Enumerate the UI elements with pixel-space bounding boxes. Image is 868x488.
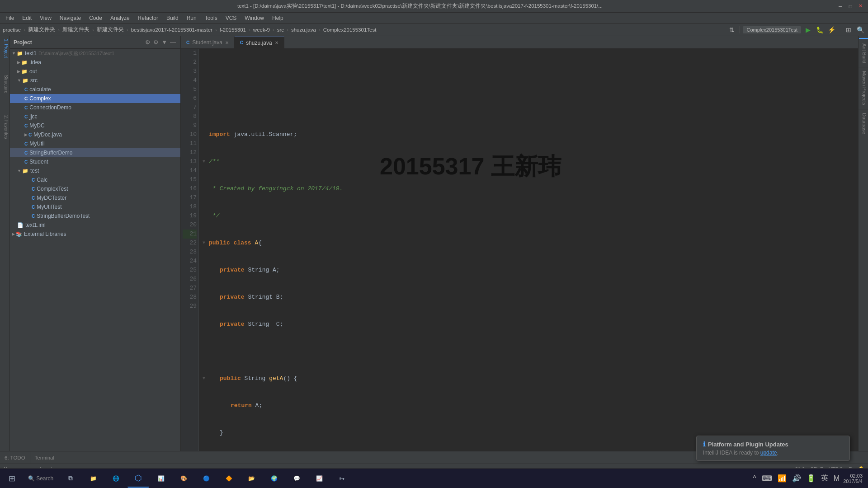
tree-item-mydoc[interactable]: ▶ C MyDoc.java <box>10 130 180 139</box>
tree-root[interactable]: ▼ 📁 text1 D:\daima\java实验\20155317\text1 <box>10 49 180 58</box>
tree-item-src[interactable]: ▼ 📁 src <box>10 76 180 85</box>
taskbar-internet-explorer[interactable]: 🌍 <box>263 469 285 488</box>
taskbar-lang-icon[interactable]: 英 <box>819 472 830 485</box>
coverage-button[interactable]: ⚡ <box>826 25 836 35</box>
ant-build-tab[interactable]: Ant Build <box>859 40 868 67</box>
tree-item-mydctester[interactable]: C MyDCTester <box>10 193 180 202</box>
tree-item-test[interactable]: ▼ 📁 test <box>10 166 180 175</box>
notification-title: ℹ Platform and Plugin Updates <box>703 441 843 448</box>
start-button[interactable]: ⊞ <box>2 469 22 488</box>
debug-button[interactable]: 🐛 <box>815 25 825 35</box>
tree-item-idea[interactable]: ▶ 📁 .idea <box>10 58 180 67</box>
tree-item-out[interactable]: ▶ 📁 out <box>10 67 180 76</box>
breadcrumb-dir1[interactable]: 新建文件夹 <box>28 26 55 33</box>
taskbar-clock[interactable]: 02:03 2017/5/4 <box>843 473 863 484</box>
breadcrumb-week9[interactable]: week-9 <box>253 27 270 33</box>
tab-student[interactable]: C Student.java ✕ <box>181 37 235 48</box>
code-editor[interactable]: 12345 678910 1112131415 1617181920 21222… <box>181 49 858 451</box>
breadcrumb-practise[interactable]: practise <box>3 27 21 33</box>
code-content[interactable]: 20155317 王新玮 import java.util.Scanner; ▼… <box>199 49 858 451</box>
favorites-icon[interactable]: 2: Favorites <box>0 114 9 140</box>
taskbar-app-green[interactable]: 📊 <box>150 469 172 488</box>
tree-item-mydc[interactable]: C MyDC <box>10 121 180 130</box>
minimize-button[interactable]: ─ <box>836 2 844 10</box>
menu-refactor[interactable]: Refactor <box>134 14 162 22</box>
taskbar-browser-green[interactable]: 🌐 <box>105 469 127 488</box>
tree-item-calc[interactable]: C Calc <box>10 175 180 184</box>
menu-tools[interactable]: Tools <box>201 14 221 22</box>
menu-build[interactable]: Build <box>163 14 182 22</box>
tree-item-connectiondemo[interactable]: C ConnectionDemo <box>10 103 180 112</box>
todo-tab[interactable]: 6: TODO <box>0 451 30 464</box>
taskbar-keyboard-icon[interactable]: ⌨ <box>760 472 774 484</box>
menu-file[interactable]: File <box>2 14 18 22</box>
notification-update-link[interactable]: update <box>760 450 777 456</box>
taskbar-intellij[interactable]: ⬡ <box>127 469 149 488</box>
gear-icon[interactable]: ⚙ <box>144 38 151 47</box>
taskbar-key[interactable]: 🗝 <box>331 469 353 488</box>
shuzu-tab-close[interactable]: ✕ <box>275 40 278 45</box>
tree-item-extlib[interactable]: ▶ 📚 External Libraries <box>10 230 180 239</box>
student-tab-close[interactable]: ✕ <box>225 40 229 45</box>
settings-icon[interactable]: ⚙ <box>152 38 160 47</box>
taskbar-file-explorer[interactable]: 📁 <box>82 469 104 488</box>
taskbar-m-icon[interactable]: M <box>832 473 841 484</box>
maximize-button[interactable]: □ <box>846 2 854 10</box>
maven-projects-tab[interactable]: Maven Projects <box>859 67 868 109</box>
breadcrumb-dir3[interactable]: 新建文件夹 <box>97 26 124 33</box>
layout-button[interactable]: ⊞ <box>844 25 854 35</box>
sync-icon[interactable]: ⇅ <box>727 25 737 35</box>
taskbar-wechat[interactable]: 💬 <box>286 469 307 488</box>
taskbar-cortana[interactable]: 🔍 Search <box>23 469 59 488</box>
tree-item-complex[interactable]: C Complex <box>10 94 180 103</box>
test-label: test <box>30 168 39 174</box>
structure-icon[interactable]: Structure <box>0 74 9 94</box>
tree-item-text1iml[interactable]: 📄 text1.iml <box>10 221 180 230</box>
taskbar-network-icon[interactable]: 📶 <box>776 472 788 484</box>
menu-edit[interactable]: Edit <box>19 14 35 22</box>
tab-shuzu[interactable]: C shuzu.java ✕ <box>235 37 284 48</box>
menu-vcs[interactable]: VCS <box>222 14 241 22</box>
breadcrumb-dir2[interactable]: 新建文件夹 <box>62 26 90 33</box>
run-config-label[interactable]: Complex20155301Test <box>743 26 801 33</box>
run-button[interactable]: ▶ <box>803 25 813 35</box>
filter-icon[interactable]: ▼ <box>160 38 168 47</box>
breadcrumb-complex[interactable]: Complex20155301Test <box>323 27 377 33</box>
menu-analyze[interactable]: Analyze <box>107 14 133 22</box>
menu-window[interactable]: Window <box>241 14 268 22</box>
tree-item-complextest[interactable]: C ComplexTest <box>10 184 180 193</box>
breadcrumb-shuzujava[interactable]: shuzu.java <box>291 27 316 33</box>
tree-item-jjcc[interactable]: C jjcc <box>10 112 180 121</box>
tree-item-myutil[interactable]: C MyUtil <box>10 139 180 148</box>
myutil-label: MyUtil <box>29 141 44 147</box>
taskbar-chart[interactable]: 📈 <box>308 469 330 488</box>
taskbar-app-orange[interactable]: 🔶 <box>218 469 240 488</box>
taskbar-folder-blue[interactable]: 📂 <box>241 469 262 488</box>
taskbar-volume-icon[interactable]: 🔊 <box>790 472 803 484</box>
taskbar-up-arrow[interactable]: ^ <box>751 473 758 484</box>
project-icon[interactable]: 1: Project <box>0 38 9 59</box>
taskbar-app-circle[interactable]: 🔵 <box>195 469 217 488</box>
terminal-tab[interactable]: Terminal <box>30 451 59 464</box>
taskbar-battery-icon[interactable]: 🔋 <box>805 472 817 484</box>
tree-item-stringbufferdemo[interactable]: C StringBufferDemo <box>10 148 180 157</box>
menu-view[interactable]: View <box>36 14 55 22</box>
menu-code[interactable]: Code <box>85 14 106 22</box>
menu-run[interactable]: Run <box>183 14 200 22</box>
tree-item-myutiltest[interactable]: C MyUtilTest <box>10 202 180 211</box>
close-button[interactable]: ✕ <box>856 2 864 10</box>
database-tab[interactable]: Database <box>859 109 868 138</box>
search-everywhere-icon[interactable]: 🔍 <box>855 25 865 35</box>
taskbar-task-view[interactable]: ⧉ <box>60 469 81 488</box>
taskbar-app-colorful[interactable]: 🎨 <box>173 469 194 488</box>
breadcrumb-f[interactable]: f-20155301 <box>220 27 246 33</box>
breadcrumb-bestii[interactable]: bestiisjava2017-f-20155301-master <box>131 27 212 33</box>
tree-item-student[interactable]: C Student <box>10 157 180 166</box>
tree-item-stringbufferdemotest[interactable]: C StringBufferDemoTest <box>10 211 180 221</box>
menu-help[interactable]: Help <box>269 14 287 22</box>
menu-navigate[interactable]: Navigate <box>56 14 85 22</box>
info-icon: ℹ <box>703 441 705 448</box>
collapse-icon[interactable]: — <box>169 38 177 47</box>
breadcrumb-src[interactable]: src <box>277 27 284 33</box>
tree-item-calculate[interactable]: C calculate <box>10 85 180 94</box>
